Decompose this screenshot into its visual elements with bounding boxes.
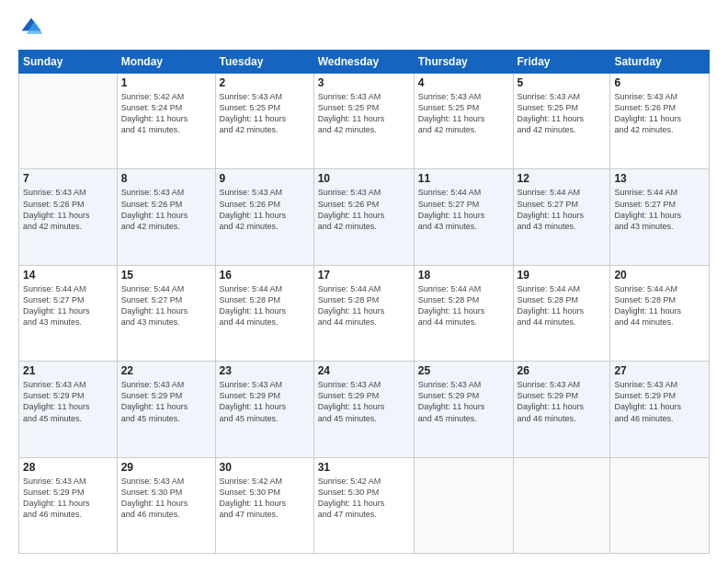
day-cell: 10Sunrise: 5:43 AMSunset: 5:26 PMDayligh…	[313, 169, 414, 265]
week-row-1: 1Sunrise: 5:42 AMSunset: 5:24 PMDaylight…	[19, 74, 710, 169]
day-number: 14	[23, 269, 113, 282]
day-info: Sunrise: 5:43 AMSunset: 5:29 PMDaylight:…	[518, 379, 607, 424]
day-info: Sunrise: 5:43 AMSunset: 5:30 PMDaylight:…	[121, 476, 211, 521]
day-number: 6	[614, 76, 705, 89]
day-info: Sunrise: 5:44 AMSunset: 5:28 PMDaylight:…	[518, 283, 607, 328]
day-info: Sunrise: 5:43 AMSunset: 5:29 PMDaylight:…	[318, 379, 410, 424]
day-number: 29	[121, 461, 211, 474]
week-row-2: 7Sunrise: 5:43 AMSunset: 5:26 PMDaylight…	[19, 169, 710, 265]
header-cell-monday: Monday	[117, 51, 215, 74]
day-info: Sunrise: 5:44 AMSunset: 5:27 PMDaylight:…	[518, 187, 607, 232]
day-cell: 9Sunrise: 5:43 AMSunset: 5:26 PMDaylight…	[215, 169, 313, 265]
day-info: Sunrise: 5:43 AMSunset: 5:25 PMDaylight:…	[418, 91, 509, 136]
day-number: 23	[220, 364, 310, 377]
day-cell: 26Sunrise: 5:43 AMSunset: 5:29 PMDayligh…	[513, 362, 610, 457]
calendar-body: 1Sunrise: 5:42 AMSunset: 5:24 PMDaylight…	[19, 74, 710, 554]
day-cell: 27Sunrise: 5:43 AMSunset: 5:29 PMDayligh…	[610, 362, 710, 457]
day-cell: 7Sunrise: 5:43 AMSunset: 5:26 PMDaylight…	[19, 169, 118, 265]
day-cell: 23Sunrise: 5:43 AMSunset: 5:29 PMDayligh…	[215, 362, 313, 457]
week-row-5: 28Sunrise: 5:43 AMSunset: 5:29 PMDayligh…	[19, 457, 710, 553]
day-cell: 30Sunrise: 5:42 AMSunset: 5:30 PMDayligh…	[215, 457, 313, 553]
day-number: 19	[518, 269, 607, 282]
day-info: Sunrise: 5:43 AMSunset: 5:26 PMDaylight:…	[318, 187, 410, 232]
day-number: 13	[614, 172, 705, 185]
day-cell: 5Sunrise: 5:43 AMSunset: 5:25 PMDaylight…	[513, 74, 610, 169]
day-number: 3	[318, 76, 410, 89]
day-cell: 15Sunrise: 5:44 AMSunset: 5:27 PMDayligh…	[117, 265, 215, 361]
day-info: Sunrise: 5:43 AMSunset: 5:25 PMDaylight:…	[518, 91, 607, 136]
day-number: 15	[121, 269, 211, 282]
header-cell-wednesday: Wednesday	[313, 51, 414, 74]
day-number: 25	[418, 364, 509, 377]
day-info: Sunrise: 5:44 AMSunset: 5:27 PMDaylight:…	[121, 283, 211, 328]
day-cell: 21Sunrise: 5:43 AMSunset: 5:29 PMDayligh…	[19, 362, 118, 457]
day-cell: 24Sunrise: 5:43 AMSunset: 5:29 PMDayligh…	[313, 362, 414, 457]
day-number: 17	[318, 269, 410, 282]
day-number: 31	[318, 461, 410, 474]
day-cell	[610, 457, 710, 553]
day-number: 30	[220, 461, 310, 474]
day-cell: 4Sunrise: 5:43 AMSunset: 5:25 PMDaylight…	[414, 74, 513, 169]
header-cell-thursday: Thursday	[414, 51, 513, 74]
day-number: 24	[318, 364, 410, 377]
day-number: 4	[418, 76, 509, 89]
day-info: Sunrise: 5:43 AMSunset: 5:29 PMDaylight:…	[220, 379, 310, 424]
day-info: Sunrise: 5:44 AMSunset: 5:27 PMDaylight:…	[23, 283, 113, 328]
day-info: Sunrise: 5:43 AMSunset: 5:29 PMDaylight:…	[418, 379, 509, 424]
day-number: 7	[23, 172, 113, 185]
day-number: 27	[614, 364, 705, 377]
day-cell	[513, 457, 610, 553]
calendar-header: SundayMondayTuesdayWednesdayThursdayFrid…	[19, 51, 710, 74]
day-info: Sunrise: 5:42 AMSunset: 5:30 PMDaylight:…	[220, 476, 310, 521]
week-row-3: 14Sunrise: 5:44 AMSunset: 5:27 PMDayligh…	[19, 265, 710, 361]
day-number: 5	[518, 76, 607, 89]
day-cell: 11Sunrise: 5:44 AMSunset: 5:27 PMDayligh…	[414, 169, 513, 265]
day-cell: 12Sunrise: 5:44 AMSunset: 5:27 PMDayligh…	[513, 169, 610, 265]
day-info: Sunrise: 5:43 AMSunset: 5:29 PMDaylight:…	[23, 379, 113, 424]
day-cell: 13Sunrise: 5:44 AMSunset: 5:27 PMDayligh…	[610, 169, 710, 265]
day-cell: 14Sunrise: 5:44 AMSunset: 5:27 PMDayligh…	[19, 265, 118, 361]
day-number: 11	[418, 172, 509, 185]
header-row: SundayMondayTuesdayWednesdayThursdayFrid…	[19, 51, 710, 74]
day-cell: 1Sunrise: 5:42 AMSunset: 5:24 PMDaylight…	[117, 74, 215, 169]
day-number: 21	[23, 364, 113, 377]
header-cell-saturday: Saturday	[610, 51, 710, 74]
day-number: 20	[614, 269, 705, 282]
day-info: Sunrise: 5:43 AMSunset: 5:26 PMDaylight:…	[614, 91, 705, 136]
day-number: 28	[23, 461, 113, 474]
day-info: Sunrise: 5:43 AMSunset: 5:25 PMDaylight:…	[318, 91, 410, 136]
day-number: 10	[318, 172, 410, 185]
page: SundayMondayTuesdayWednesdayThursdayFrid…	[0, 0, 728, 563]
day-cell: 20Sunrise: 5:44 AMSunset: 5:28 PMDayligh…	[610, 265, 710, 361]
day-number: 26	[518, 364, 607, 377]
day-info: Sunrise: 5:43 AMSunset: 5:26 PMDaylight:…	[220, 187, 310, 232]
week-row-4: 21Sunrise: 5:43 AMSunset: 5:29 PMDayligh…	[19, 362, 710, 457]
header-cell-sunday: Sunday	[19, 51, 118, 74]
day-info: Sunrise: 5:43 AMSunset: 5:29 PMDaylight:…	[23, 476, 113, 521]
day-cell: 8Sunrise: 5:43 AMSunset: 5:26 PMDaylight…	[117, 169, 215, 265]
day-info: Sunrise: 5:42 AMSunset: 5:24 PMDaylight:…	[121, 91, 211, 136]
day-cell: 16Sunrise: 5:44 AMSunset: 5:28 PMDayligh…	[215, 265, 313, 361]
header-cell-friday: Friday	[513, 51, 610, 74]
day-cell: 2Sunrise: 5:43 AMSunset: 5:25 PMDaylight…	[215, 74, 313, 169]
day-info: Sunrise: 5:44 AMSunset: 5:27 PMDaylight:…	[418, 187, 509, 232]
day-number: 22	[121, 364, 211, 377]
day-info: Sunrise: 5:44 AMSunset: 5:28 PMDaylight:…	[220, 283, 310, 328]
header	[18, 15, 710, 40]
day-info: Sunrise: 5:44 AMSunset: 5:28 PMDaylight:…	[418, 283, 509, 328]
day-cell: 3Sunrise: 5:43 AMSunset: 5:25 PMDaylight…	[313, 74, 414, 169]
day-number: 2	[220, 76, 310, 89]
day-info: Sunrise: 5:43 AMSunset: 5:25 PMDaylight:…	[220, 91, 310, 136]
day-cell	[414, 457, 513, 553]
day-info: Sunrise: 5:42 AMSunset: 5:30 PMDaylight:…	[318, 476, 410, 521]
day-cell: 29Sunrise: 5:43 AMSunset: 5:30 PMDayligh…	[117, 457, 215, 553]
day-cell	[19, 74, 118, 169]
day-info: Sunrise: 5:44 AMSunset: 5:27 PMDaylight:…	[614, 187, 705, 232]
day-number: 18	[418, 269, 509, 282]
day-number: 1	[121, 76, 211, 89]
header-cell-tuesday: Tuesday	[215, 51, 313, 74]
day-cell: 28Sunrise: 5:43 AMSunset: 5:29 PMDayligh…	[19, 457, 118, 553]
day-info: Sunrise: 5:43 AMSunset: 5:29 PMDaylight:…	[614, 379, 705, 424]
day-cell: 17Sunrise: 5:44 AMSunset: 5:28 PMDayligh…	[313, 265, 414, 361]
calendar-table: SundayMondayTuesdayWednesdayThursdayFrid…	[18, 50, 710, 554]
